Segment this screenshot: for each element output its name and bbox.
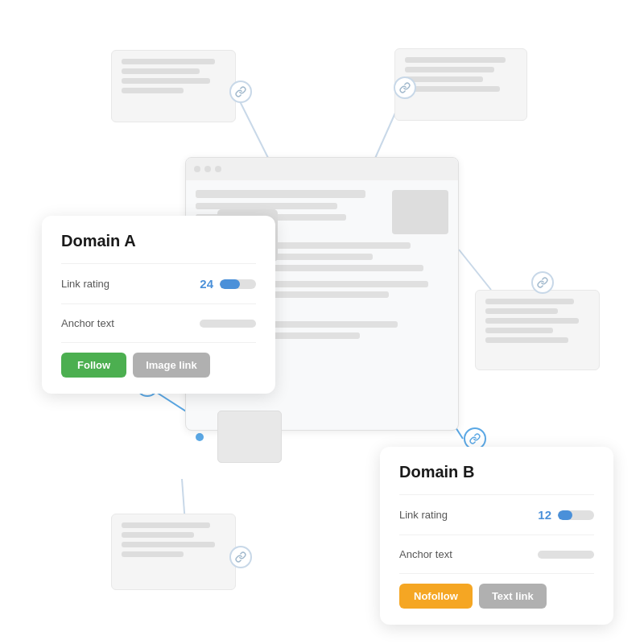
domain-b-anchor-row: Anchor text — [399, 543, 594, 565]
domain-a-rating-bar-fill — [220, 279, 240, 289]
link-icon-bottom-left — [229, 546, 252, 568]
domain-b-link-rating-row: Link rating 12 — [399, 503, 594, 526]
domain-a-link-rating-row: Link rating 24 — [61, 272, 256, 295]
domain-b-buttons: Nofollow Text link — [399, 584, 594, 609]
domain-a-link-rating-label: Link rating — [61, 278, 109, 290]
domain-b-rating-number: 12 — [538, 508, 551, 522]
link-icon-top-left — [229, 80, 252, 103]
domain-b-rating-bar — [558, 510, 594, 520]
link-icon-top-right — [394, 76, 416, 99]
domain-a-divider-top — [61, 263, 256, 264]
domain-b-rating-bar-fill — [558, 510, 572, 520]
domain-a-card: Domain A Link rating 24 Anchor text Foll… — [42, 216, 275, 394]
domain-b-anchor-label: Anchor text — [399, 548, 452, 560]
domain-a-title: Domain A — [61, 232, 256, 250]
domain-a-anchor-label: Anchor text — [61, 317, 114, 329]
domain-b-divider-top — [399, 494, 594, 495]
domain-b-nofollow-button[interactable]: Nofollow — [399, 584, 473, 609]
domain-b-link-rating-label: Link rating — [399, 509, 448, 521]
browser-dot-2 — [204, 166, 211, 172]
domain-a-rating-bar — [220, 279, 256, 289]
domain-a-image-link-button[interactable]: Image link — [133, 353, 210, 378]
bg-card-top-left — [111, 50, 236, 122]
domain-b-anchor-bar — [538, 551, 594, 559]
domain-a-rating-number: 24 — [200, 277, 213, 291]
browser-inner-block-2 — [217, 411, 282, 463]
domain-a-anchor-bar — [200, 320, 256, 328]
svg-line-2 — [459, 250, 491, 290]
domain-b-card: Domain B Link rating 12 Anchor text Nofo… — [380, 447, 613, 625]
domain-b-link-rating-value: 12 — [538, 508, 594, 522]
browser-titlebar — [186, 158, 458, 180]
domain-a-buttons: Follow Image link — [61, 353, 256, 378]
bg-card-right — [475, 290, 600, 370]
domain-b-title: Domain B — [399, 463, 594, 481]
domain-a-divider-mid — [61, 303, 256, 304]
link-icon-right — [531, 271, 554, 294]
bg-card-bottom-left — [111, 514, 236, 590]
domain-a-link-rating-value: 24 — [200, 277, 256, 291]
svg-point-7 — [196, 433, 204, 441]
domain-a-follow-button[interactable]: Follow — [61, 353, 126, 378]
browser-dot-3 — [215, 166, 221, 172]
browser-dot-1 — [194, 166, 200, 172]
domain-a-anchor-row: Anchor text — [61, 312, 256, 334]
domain-a-divider-bot — [61, 342, 256, 343]
domain-b-divider-mid — [399, 535, 594, 535]
domain-b-divider-bot — [399, 573, 594, 574]
domain-b-text-link-button[interactable]: Text link — [479, 584, 547, 609]
